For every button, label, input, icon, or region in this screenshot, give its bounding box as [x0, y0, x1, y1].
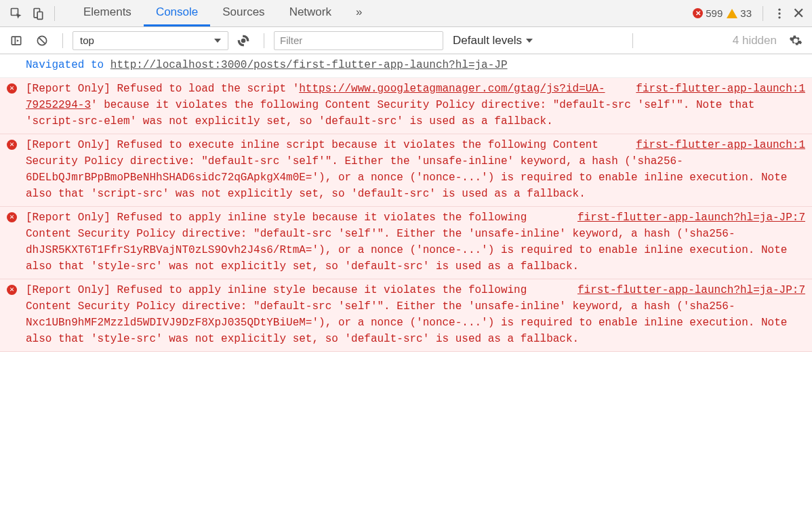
tab-console[interactable]: Console: [144, 0, 210, 26]
error-icon: ✕: [7, 285, 17, 295]
levels-label: Default levels: [453, 34, 522, 47]
error-icon-wrapper: ✕: [7, 285, 19, 295]
nav-url-link[interactable]: http://localhost:3000/posts/first-flutte…: [110, 59, 508, 71]
divider: [264, 33, 264, 48]
filter-input[interactable]: [274, 31, 443, 50]
log-error: ✕ first-flutter-app-launch?hl=ja-JP:7 [R…: [0, 279, 812, 352]
error-icon-wrapper: ✕: [7, 212, 19, 222]
divider: [763, 6, 763, 21]
error-count: 599: [706, 7, 723, 19]
log-message: first-flutter-app-launch:1 [Report Only]…: [26, 137, 805, 202]
log-message: first-flutter-app-launch:1 [Report Only]…: [26, 81, 805, 130]
console-toolbar: top Default levels 4 hidden: [0, 27, 812, 54]
log-navigation: Navigated to http://localhost:3000/posts…: [0, 54, 812, 78]
error-badge[interactable]: ✕ 599: [693, 7, 723, 19]
chevron-down-icon: [214, 39, 221, 43]
toggle-sidebar-icon[interactable]: [5, 30, 27, 52]
log-source-link[interactable]: first-flutter-app-launch?hl=ja-JP:7: [577, 282, 805, 298]
chevron-down-icon: [526, 39, 533, 43]
tab-elements[interactable]: Elements: [71, 0, 144, 26]
log-error: ✕ first-flutter-app-launch:1 [Report Onl…: [0, 78, 812, 134]
hidden-messages-count[interactable]: 4 hidden: [733, 34, 781, 47]
warning-badge[interactable]: 33: [727, 7, 752, 19]
svg-point-5: [778, 16, 780, 18]
more-menu-icon[interactable]: [769, 3, 790, 24]
nav-label: Navigated to: [26, 59, 110, 71]
close-devtools-icon[interactable]: ✕: [790, 5, 807, 22]
inspect-element-icon[interactable]: [5, 3, 27, 24]
issue-counters[interactable]: ✕ 599 33: [693, 7, 752, 19]
warning-count: 33: [740, 7, 752, 19]
tabs: Elements Console Sources Network »: [71, 0, 374, 26]
log-error: ✕ first-flutter-app-launch?hl=ja-JP:7 [R…: [0, 207, 812, 279]
svg-rect-6: [12, 37, 20, 45]
console-log-list: Navigated to http://localhost:3000/posts…: [0, 54, 812, 518]
tab-label: Elements: [83, 5, 131, 19]
device-toolbar-icon[interactable]: [27, 3, 49, 24]
tab-label: Network: [289, 5, 331, 19]
svg-rect-2: [37, 12, 42, 19]
tab-network[interactable]: Network: [277, 0, 344, 26]
clear-console-icon[interactable]: [31, 30, 53, 52]
execution-context-select[interactable]: top: [73, 31, 228, 50]
log-message: Navigated to http://localhost:3000/posts…: [26, 57, 805, 73]
error-icon: ✕: [7, 212, 17, 222]
log-text-pre: [Report Only] Refused to load the script…: [26, 83, 299, 95]
log-error: ✕ first-flutter-app-launch:1 [Report Onl…: [0, 134, 812, 207]
divider: [54, 6, 55, 21]
tabs-overflow[interactable]: »: [344, 0, 374, 26]
log-message: first-flutter-app-launch?hl=ja-JP:7 [Rep…: [26, 210, 805, 275]
context-label: top: [80, 35, 94, 46]
log-text-post: ' because it violates the following Cont…: [26, 99, 754, 127]
console-settings-icon[interactable]: [785, 30, 807, 52]
tab-label: Console: [156, 5, 198, 19]
warning-icon: [727, 9, 737, 18]
overflow-glyph: »: [356, 5, 362, 19]
divider: [62, 33, 63, 48]
svg-point-3: [778, 8, 780, 10]
error-icon-wrapper: ✕: [7, 140, 19, 150]
log-source-link[interactable]: first-flutter-app-launch?hl=ja-JP:7: [577, 210, 805, 226]
tab-sources[interactable]: Sources: [210, 0, 277, 26]
devtools-tabbar: Elements Console Sources Network » ✕ 599…: [0, 0, 812, 27]
log-source-link[interactable]: first-flutter-app-launch:1: [636, 81, 805, 97]
live-expression-icon[interactable]: [232, 30, 254, 52]
log-source-link[interactable]: first-flutter-app-launch:1: [636, 137, 805, 153]
svg-point-8: [241, 38, 246, 43]
log-levels-select[interactable]: Default levels: [447, 32, 538, 49]
divider: [632, 33, 633, 48]
error-icon: ✕: [7, 140, 17, 150]
svg-point-4: [778, 12, 780, 14]
tab-label: Sources: [222, 5, 264, 19]
error-icon: ✕: [7, 83, 17, 94]
error-icon-wrapper: ✕: [7, 83, 19, 94]
log-message: first-flutter-app-launch?hl=ja-JP:7 [Rep…: [26, 282, 805, 347]
error-icon: ✕: [693, 8, 703, 18]
